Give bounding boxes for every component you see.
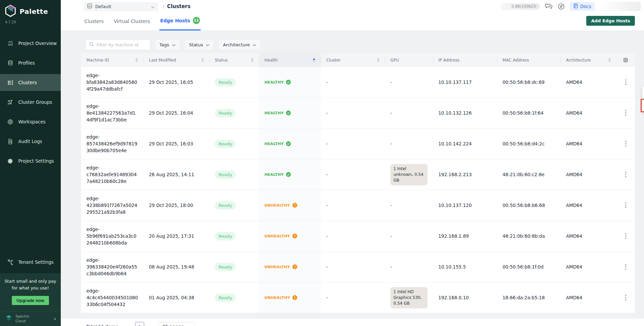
machine-id-cell: edge-396338420e4f260a55c3bbd046db9b64 (81, 252, 144, 282)
mac-address-cell: 00:50:56:b8:d4:2c (497, 129, 561, 159)
health-label: UNHEALTHY (264, 265, 290, 269)
sidebar-item-project-overview[interactable]: Project Overview (0, 35, 61, 52)
sidebar-item-project-settings[interactable]: Project Settings (0, 153, 61, 169)
project-selector-dropdown[interactable]: Default (84, 2, 158, 11)
status-cell: Ready (209, 129, 259, 159)
feedback-chat-icon[interactable] (545, 3, 552, 9)
row-actions-kebab-icon[interactable] (616, 79, 635, 85)
status-cell: Ready (209, 221, 259, 251)
sidebar-item-cluster-groups[interactable]: Cluster Groups (0, 94, 61, 111)
sort-control[interactable] (608, 58, 611, 62)
pagination-prev-icon[interactable]: ‹ (126, 324, 130, 326)
machine-id-search[interactable] (85, 40, 150, 50)
row-context-menu: EditDelete (642, 87, 644, 112)
sort-control[interactable] (135, 58, 138, 62)
row-actions-kebab-icon[interactable] (616, 264, 635, 270)
sidebar-item-audit-logs[interactable]: Audit Logs (0, 133, 61, 150)
context-menu-item-delete[interactable]: Delete (642, 99, 644, 111)
column-settings-gear-icon[interactable] (616, 53, 635, 67)
column-header-label: Status (215, 58, 228, 63)
architecture-cell: AMD64 (561, 190, 616, 220)
tab-edge-hosts[interactable]: Edge Hosts11 (159, 17, 201, 30)
table-row: edge-4c4c4544003450108033b6c04f50443201 … (81, 282, 635, 313)
sidebar-item-workspaces[interactable]: Workspaces (0, 113, 61, 130)
filter-tags-dropdown[interactable]: Tags (155, 40, 180, 50)
machine-id-cell: edge-5b96f691ab253ca3c02448210b608bda (81, 221, 144, 251)
machine-id-cell: edge-bfa83842a83d8405804f29a47ddbafcf (81, 67, 144, 97)
column-header-gpu: GPU (385, 53, 433, 67)
column-header-status: Status (209, 53, 259, 67)
sidebar-item-tenant-settings[interactable]: Tenant Settings (0, 254, 61, 271)
column-header-label: Last Modified (149, 58, 176, 63)
filter-label: Tags (159, 42, 169, 47)
context-menu-item-edit[interactable]: Edit (642, 87, 644, 99)
gpu-cell: - (385, 98, 433, 128)
row-actions-kebab-icon[interactable] (616, 141, 635, 147)
audit-logs-icon (7, 138, 14, 145)
last-modified-cell: 20 Aug 2025, 17:31 (144, 221, 209, 251)
search-icon (89, 42, 94, 48)
sort-asc-icon (377, 58, 380, 60)
support-compass-icon[interactable] (558, 3, 565, 10)
cluster-groups-icon (7, 99, 14, 106)
mac-address-cell: 48:21:0b:60:8b:da (497, 221, 561, 251)
sidebar: Palette 4.7.29 Project OverviewProfilesC… (0, 0, 61, 326)
column-header-label: Cluster (326, 58, 341, 63)
gpu-cell: 1 Intel unknown, 0.54 GB (385, 159, 433, 190)
page-title: Clusters (167, 3, 190, 9)
project-settings-icon (7, 158, 14, 164)
table-body: edge-bfa83842a83d8405804f29a47ddbafcf29 … (81, 67, 635, 313)
sidebar-collapse-icon[interactable]: ‹ (54, 316, 56, 322)
health-label: UNHEALTHY (264, 234, 290, 238)
column-header-cluster: Cluster (321, 53, 385, 67)
table-row: edge-c76832aefe914893047a48210b60c28e26 … (81, 159, 635, 190)
health-badge: UNHEALTHY (264, 203, 298, 208)
search-input[interactable] (97, 42, 147, 47)
machine-id-value: edge-4c4c4544003450108033b6c04f504432 (86, 287, 138, 308)
column-header-architecture: Architecture (561, 53, 616, 67)
usage-quota-badge: 0.86/100kCh (500, 3, 540, 10)
main-area: Default / Clusters 0.86/100kCh (61, 0, 644, 326)
row-actions-kebab-icon[interactable] (616, 295, 635, 301)
page-size-select[interactable]: 25 / page (158, 322, 195, 326)
row-actions-kebab-icon[interactable] (616, 110, 635, 116)
sidebar-item-profiles[interactable]: Profiles (0, 54, 61, 71)
filter-status-dropdown[interactable]: Status (185, 40, 214, 50)
warning-circle-icon (292, 203, 298, 208)
tab-clusters[interactable]: Clusters (84, 19, 104, 30)
machine-id-cell: edge-4238b891f7267a5024295521a92b3fa8 (81, 190, 144, 220)
sort-control[interactable] (313, 58, 315, 62)
filter-row: TagsStatusArchitecture (85, 40, 644, 50)
row-actions-kebab-icon[interactable] (616, 171, 635, 178)
sort-control[interactable] (251, 58, 254, 62)
sort-control[interactable] (201, 58, 204, 62)
actions-cell (616, 252, 635, 282)
upgrade-now-button[interactable]: Upgrade now (12, 296, 49, 305)
project-overview-icon (7, 40, 14, 47)
sort-desc-icon (251, 61, 254, 62)
user-menu-blurred[interactable] (600, 2, 641, 11)
row-actions-kebab-icon[interactable] (616, 233, 635, 239)
status-cell: Ready (209, 190, 259, 220)
sort-asc-icon (201, 58, 204, 60)
sort-control[interactable] (377, 58, 380, 62)
pagination-page-1[interactable]: 1 (135, 322, 144, 326)
health-badge: HEALTHY (264, 79, 291, 85)
docs-link[interactable]: Docs (570, 2, 595, 11)
status-cell: Ready (209, 98, 259, 128)
pagination-next-icon[interactable]: › (149, 324, 154, 326)
filter-architecture-dropdown[interactable]: Architecture (218, 40, 261, 50)
architecture-cell: AMD64 (561, 67, 616, 97)
status-badge: Ready (215, 232, 236, 240)
actions-cell (616, 159, 635, 190)
book-icon (573, 3, 578, 9)
machine-id-value: edge-396338420e4f260a55c3bbd046db9b64 (86, 257, 138, 277)
sort-asc-icon (135, 58, 138, 60)
row-actions-kebab-icon[interactable] (616, 202, 635, 208)
tab-virtual-clusters[interactable]: Virtual Clusters (113, 19, 151, 30)
health-badge: HEALTHY (264, 141, 291, 146)
add-edge-hosts-button[interactable]: Add Edge Hosts (586, 16, 635, 26)
app-version: 4.7.29 (0, 19, 61, 24)
sidebar-item-clusters[interactable]: Clusters (0, 74, 61, 91)
last-modified-cell: 29 Oct 2025, 16:03 (144, 129, 209, 159)
